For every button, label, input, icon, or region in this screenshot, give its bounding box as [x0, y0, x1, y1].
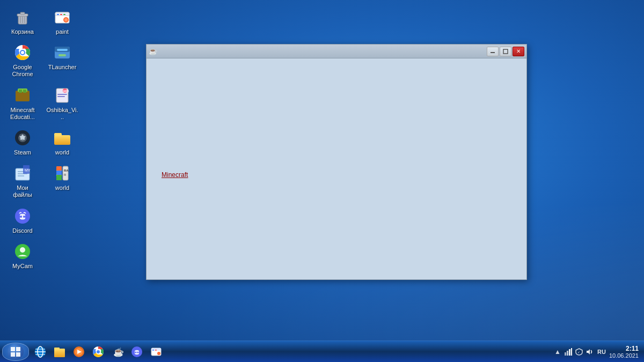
taskbar-chrome-button[interactable] [89, 343, 107, 361]
oshibka-label: Oshibka_Vi... [46, 107, 78, 121]
desktop-icon-discord[interactable]: Discord [4, 204, 41, 237]
svg-point-77 [135, 351, 137, 353]
svg-text:☕: ☕ [113, 347, 124, 357]
svg-point-16 [21, 51, 24, 54]
trash-icon [13, 8, 32, 27]
svg-rect-56 [503, 49, 508, 54]
svg-rect-59 [11, 352, 15, 357]
svg-marker-89 [587, 349, 590, 354]
svg-rect-35 [54, 135, 70, 145]
winrar-icon: RA R [53, 164, 72, 183]
desktop-icon-minecraft-edu[interactable]: Minecraft Educati... [4, 84, 41, 123]
svg-rect-85 [567, 351, 568, 356]
desktop-icon-world2[interactable]: RA R world [44, 161, 80, 201]
taskbar-right: ▲ ✓ [553, 345, 642, 359]
minecraft-content-link[interactable]: Minecraft [162, 171, 188, 179]
svg-rect-68 [54, 348, 60, 350]
taskbar-apps: ☕ [31, 343, 553, 361]
svg-point-51 [20, 216, 22, 218]
desktop-icon-world1[interactable]: world [44, 126, 80, 158]
svg-rect-87 [571, 348, 572, 356]
world2-label: world [55, 184, 69, 191]
taskbar-paint-button[interactable] [147, 343, 165, 361]
svg-point-9 [64, 18, 68, 21]
tray-show-hidden-button[interactable]: ▲ [553, 348, 562, 356]
myfiles-icon: MY [13, 164, 32, 183]
svg-point-54 [20, 247, 25, 253]
minecraft-edu-label: Minecraft Educati... [6, 107, 39, 121]
svg-rect-25 [23, 90, 26, 93]
taskbar-mediaplayer-button[interactable] [70, 343, 88, 361]
mycam-label: MyCam [12, 263, 33, 270]
language-indicator[interactable]: RU [597, 349, 606, 355]
tray-security-icon[interactable]: ✓ [575, 348, 583, 356]
window-maximize-button[interactable] [500, 47, 511, 56]
tray-volume-icon[interactable] [586, 348, 594, 356]
svg-rect-10 [57, 14, 59, 15]
svg-text:R: R [64, 173, 67, 176]
svg-rect-12 [63, 14, 65, 15]
discord-icon [13, 206, 32, 226]
paint-icon [53, 8, 72, 27]
window-content: Minecraft [147, 58, 526, 279]
svg-rect-7 [55, 12, 69, 16]
tlauncher-label: TLauncher [48, 64, 77, 71]
svg-point-74 [97, 350, 100, 353]
minecraft-edu-icon [13, 86, 32, 105]
desktop-icon-steam[interactable]: Steam [4, 126, 41, 158]
open-window: ☕ ✕ Minecraft [146, 44, 527, 280]
svg-rect-2 [20, 12, 25, 14]
svg-rect-27 [57, 94, 67, 95]
start-button[interactable] [2, 343, 29, 361]
svg-text:✓: ✓ [577, 351, 580, 354]
steam-label: Steam [14, 149, 31, 156]
svg-rect-58 [16, 347, 20, 351]
svg-rect-19 [57, 49, 68, 51]
desktop-icon-trash[interactable]: Корзина [4, 5, 41, 38]
svg-rect-60 [16, 352, 20, 357]
desktop-icon-tlauncher[interactable]: TLauncher [44, 41, 80, 80]
discord-label: Discord [12, 227, 32, 234]
svg-rect-36 [54, 133, 62, 136]
tray-network-icon[interactable] [564, 348, 573, 356]
folder-world1-icon [53, 128, 72, 147]
taskbar-java-button[interactable]: ☕ [108, 343, 127, 361]
taskbar-ie-button[interactable] [31, 343, 49, 361]
svg-text:RA: RA [64, 169, 69, 172]
svg-rect-45 [56, 171, 62, 175]
desktop-icon-chrome[interactable]: Google Chrome [4, 41, 41, 80]
svg-point-52 [23, 216, 25, 218]
clock[interactable]: 2:11 10.06.2021 [609, 345, 639, 359]
desktop-icon-myfiles[interactable]: MY Мои файлы [4, 161, 41, 201]
desktop: Корзина paint [0, 0, 644, 362]
chrome-label: Google Chrome [6, 64, 39, 78]
start-orb-icon [8, 344, 24, 360]
myfiles-label: Мои файлы [6, 184, 39, 198]
desktop-icons-area: Корзина paint [4, 5, 80, 272]
window-titlebar[interactable]: ☕ ✕ [147, 45, 526, 58]
chrome-icon [13, 43, 32, 62]
desktop-icon-mycam[interactable]: MyCam [4, 240, 41, 272]
desktop-icon-oshibka[interactable]: MP3 Oshibka_Vi... [44, 84, 80, 123]
svg-text:MY: MY [25, 168, 31, 172]
svg-point-81 [157, 352, 160, 355]
paint-label: paint [56, 28, 69, 35]
taskbar: ☕ [0, 341, 644, 362]
svg-rect-55 [491, 52, 495, 53]
window-minimize-button[interactable] [487, 47, 499, 56]
window-close-button[interactable]: ✕ [513, 47, 524, 56]
window-app-icon: ☕ [149, 47, 157, 56]
svg-rect-57 [11, 347, 15, 351]
svg-rect-24 [19, 90, 22, 93]
svg-rect-83 [155, 350, 157, 351]
window-controls: ✕ [487, 47, 524, 56]
svg-rect-11 [60, 14, 62, 15]
steam-icon [13, 128, 32, 147]
clock-date: 10.06.2021 [609, 352, 639, 359]
clock-time: 2:11 [609, 345, 639, 352]
svg-text:MP3: MP3 [63, 90, 69, 93]
taskbar-explorer-button[interactable] [50, 343, 69, 361]
taskbar-discord-button[interactable] [128, 343, 146, 361]
desktop-icon-paint[interactable]: paint [44, 5, 80, 38]
svg-point-78 [137, 351, 139, 353]
